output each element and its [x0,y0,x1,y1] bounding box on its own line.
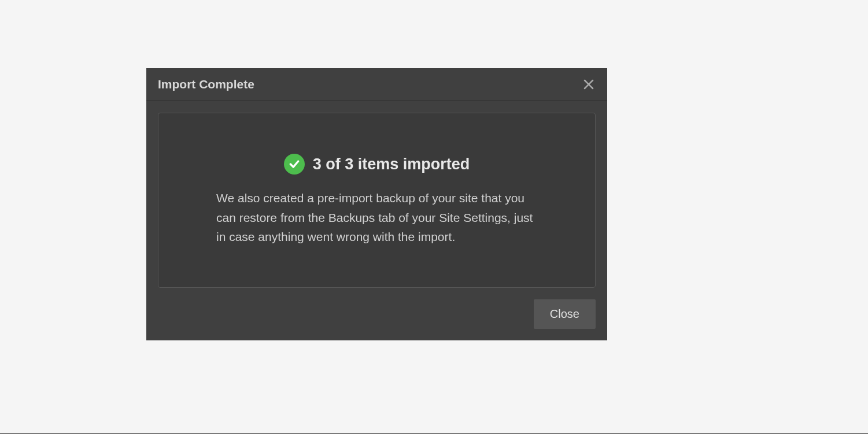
close-button[interactable]: Close [534,299,596,329]
success-check-icon [284,154,305,175]
dialog-body: 3 of 3 items imported We also created a … [146,101,607,299]
dialog-title: Import Complete [158,77,254,91]
result-panel: 3 of 3 items imported We also created a … [158,113,596,288]
result-summary-row: 3 of 3 items imported [216,154,537,175]
dialog-footer: Close [146,299,607,340]
result-description: We also created a pre-import backup of y… [216,188,537,247]
result-summary-text: 3 of 3 items imported [313,155,470,173]
dialog-header: Import Complete [146,68,607,101]
close-icon[interactable] [582,77,596,91]
import-complete-dialog: Import Complete 3 of 3 items imported We… [146,68,607,340]
